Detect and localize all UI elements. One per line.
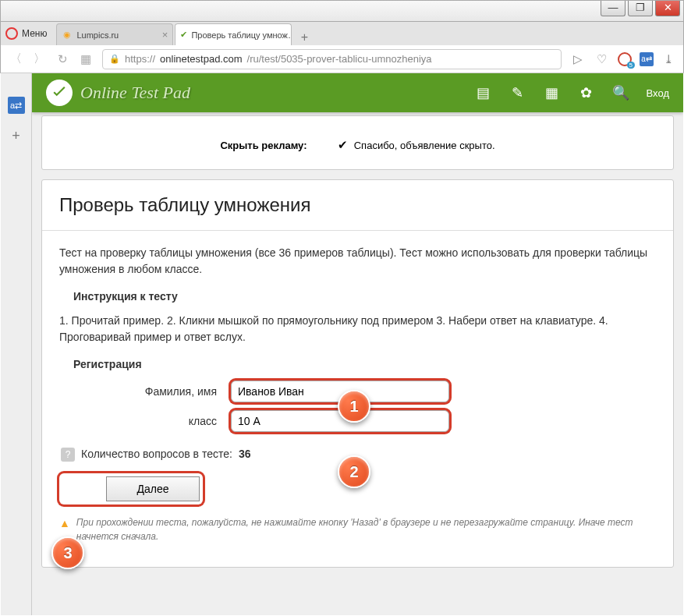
- downloads-icon[interactable]: ⤓: [661, 52, 675, 66]
- address-bar: 〈 〉 ↻ ▦ 🔒 https://onlinetestpad.com/ru/t…: [0, 45, 684, 73]
- back-icon[interactable]: 〈: [9, 51, 23, 66]
- site-header: Online Test Pad ▤ ✎ ▦ ✿ 🔍 Вход: [32, 73, 683, 112]
- next-button-highlight: Далее: [59, 473, 203, 504]
- name-label: Фамилия, имя: [59, 384, 231, 400]
- registration-title: Регистрация: [73, 356, 656, 373]
- opera-logo-icon: [5, 27, 18, 40]
- window-close-button[interactable]: ✕: [655, 1, 680, 16]
- reload-icon[interactable]: ↻: [55, 52, 69, 66]
- help-icon[interactable]: ?: [61, 448, 75, 462]
- window-titlebar: — ❐ ✕: [0, 0, 684, 22]
- question-count-label: Количество вопросов в тесте:: [81, 446, 232, 462]
- browser-tab-1[interactable]: ◉ Lumpics.ru ×: [56, 23, 173, 45]
- ad-thanks-text: Спасибо, объявление скрыто.: [354, 140, 495, 151]
- question-count-value: 36: [239, 446, 251, 462]
- site-logo-icon[interactable]: [46, 80, 73, 106]
- sidebar-extension-icon[interactable]: a⇄: [8, 97, 25, 114]
- warning-text: При прохождении теста, пожалуйста, не на…: [76, 515, 656, 543]
- nav-docs-icon[interactable]: ▤: [475, 84, 492, 101]
- ad-hide-label: Скрыть рекламу:: [220, 140, 307, 151]
- content-card: Проверь таблицу умножения Тест на провер…: [41, 179, 674, 568]
- site-title: Online Test Pad: [80, 83, 190, 103]
- tab-favicon-2: ✔: [180, 30, 187, 41]
- nav-check-icon[interactable]: ✎: [509, 84, 526, 101]
- tab-title-2: Проверь таблицу умнож…: [191, 30, 292, 40]
- test-description: Тест на проверку таблицы умножения (все …: [59, 245, 656, 278]
- search-icon[interactable]: 🔍: [612, 84, 629, 101]
- url-path: /ru/test/5035-prover-tablicu-umnozheniya: [247, 53, 432, 65]
- lock-icon: 🔒: [109, 54, 120, 64]
- tab-close-1[interactable]: ×: [162, 29, 168, 41]
- tab-favicon-1: ◉: [62, 30, 73, 41]
- callout-3: 3: [51, 536, 84, 569]
- check-icon: ✔: [338, 138, 348, 151]
- page-heading: Проверь таблицу умножения: [42, 180, 673, 231]
- url-domain: onlinetestpad.com: [160, 53, 243, 65]
- callout-1: 1: [338, 390, 370, 423]
- class-label: класс: [59, 413, 231, 430]
- nav-grid-icon[interactable]: ▦: [544, 84, 561, 101]
- instruction-title: Инструкция к тесту: [73, 289, 656, 305]
- opera-menu-button[interactable]: Меню: [1, 22, 55, 45]
- window-minimize-button[interactable]: —: [601, 1, 626, 16]
- menu-label: Меню: [22, 28, 47, 39]
- new-tab-button[interactable]: +: [296, 30, 312, 45]
- bookmark-icon[interactable]: ♡: [594, 52, 608, 66]
- vpn-icon[interactable]: ▷: [571, 52, 585, 66]
- browser-tab-2[interactable]: ✔ Проверь таблицу умнож… ×: [175, 23, 292, 45]
- instruction-text: 1. Прочитай пример. 2. Кликни мышкой по …: [59, 313, 656, 345]
- url-prefix: https://: [125, 53, 155, 65]
- browser-sidebar: a⇄ +: [1, 73, 32, 615]
- extension-icon[interactable]: a⇄: [640, 52, 654, 66]
- callout-2: 2: [338, 455, 370, 488]
- browser-tab-bar: Меню ◉ Lumpics.ru × ✔ Проверь таблицу ум…: [0, 22, 684, 45]
- url-input[interactable]: 🔒 https://onlinetestpad.com/ru/test/5035…: [102, 49, 562, 69]
- ad-banner: Скрыть рекламу: ✔ Спасибо, объявление ск…: [41, 115, 674, 170]
- next-button[interactable]: Далее: [106, 476, 200, 501]
- page-viewport: Online Test Pad ▤ ✎ ▦ ✿ 🔍 Вход Скрыть ре…: [32, 73, 683, 615]
- adblock-count: 5: [627, 62, 635, 69]
- window-maximize-button[interactable]: ❐: [628, 1, 653, 16]
- sidebar-add-button[interactable]: +: [12, 128, 20, 144]
- adblock-icon[interactable]: 5: [618, 52, 632, 66]
- nav-clover-icon[interactable]: ✿: [578, 84, 595, 101]
- forward-icon[interactable]: 〉: [32, 51, 46, 66]
- tab-title-1: Lumpics.ru: [76, 30, 119, 40]
- speed-dial-icon[interactable]: ▦: [79, 52, 93, 66]
- login-link[interactable]: Вход: [647, 87, 669, 99]
